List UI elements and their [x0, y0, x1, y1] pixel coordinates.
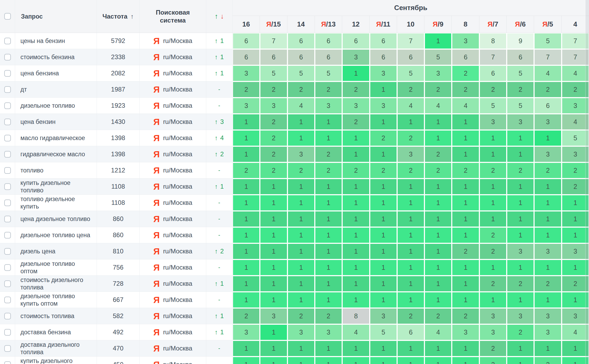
position-cell[interactable]: 1 — [424, 340, 452, 357]
query-cell[interactable]: дизельное топливо цена — [15, 227, 97, 243]
position-cell[interactable]: 6 — [233, 33, 260, 49]
position-cell[interactable]: 1 — [479, 179, 507, 195]
position-cell[interactable]: 3 — [370, 65, 397, 81]
position-cell[interactable]: 2 — [562, 162, 589, 179]
position-cell[interactable]: 2 — [233, 162, 260, 179]
position-cell[interactable]: 3 — [479, 114, 507, 130]
position-cell[interactable]: 7 — [534, 49, 561, 65]
position-cell[interactable]: 4 — [397, 98, 424, 114]
position-cell[interactable]: 2 — [260, 162, 287, 179]
position-cell[interactable]: 1 — [397, 114, 424, 130]
row-checkbox[interactable] — [4, 119, 11, 125]
query-cell[interactable]: стоимость бензина — [15, 49, 97, 65]
position-cell[interactable]: 2 — [479, 227, 507, 243]
query-cell[interactable]: купить дизельное топливо — [15, 179, 97, 195]
position-cell[interactable]: 1 — [452, 357, 479, 364]
position-cell[interactable]: 1 — [424, 130, 452, 146]
row-checkbox[interactable] — [4, 264, 11, 271]
position-cell[interactable]: 6 — [534, 98, 561, 114]
row-checkbox[interactable] — [4, 361, 11, 364]
query-cell[interactable]: цена бензин — [15, 114, 97, 130]
position-cell[interactable]: 1 — [287, 259, 315, 276]
query-cell[interactable]: цены на бензин — [15, 33, 97, 49]
position-cell[interactable]: 2 — [479, 243, 507, 259]
position-cell[interactable]: 3 — [342, 49, 369, 65]
query-cell[interactable]: дизельное топливо купить оптом — [15, 292, 97, 308]
position-cell[interactable]: 1 — [260, 324, 287, 340]
position-cell[interactable]: 8 — [342, 308, 369, 324]
position-cell[interactable]: 2 — [233, 308, 260, 324]
vertical-scrollbar[interactable] — [585, 0, 589, 364]
position-cell[interactable]: 3 — [260, 308, 287, 324]
position-cell[interactable]: 1 — [452, 211, 479, 227]
position-cell[interactable]: 2 — [287, 162, 315, 179]
position-cell[interactable]: 2 — [507, 81, 534, 98]
position-cell[interactable]: 6 — [397, 49, 424, 65]
position-cell[interactable]: 1 — [424, 357, 452, 364]
position-cell[interactable]: 1 — [397, 340, 424, 357]
position-cell[interactable]: 2 — [397, 81, 424, 98]
position-cell[interactable]: 1 — [287, 114, 315, 130]
position-cell[interactable]: 2 — [315, 308, 342, 324]
position-cell[interactable]: 4 — [342, 324, 369, 340]
position-cell[interactable]: 3 — [370, 308, 397, 324]
position-cell[interactable]: 1 — [315, 130, 342, 146]
position-cell[interactable]: 1 — [342, 179, 369, 195]
position-cell[interactable]: 1 — [287, 179, 315, 195]
position-cell[interactable]: 1 — [534, 195, 561, 211]
position-cell[interactable]: 1 — [397, 357, 424, 364]
position-cell[interactable]: 1 — [287, 292, 315, 308]
position-cell[interactable]: 6 — [397, 324, 424, 340]
position-cell[interactable]: 1 — [479, 130, 507, 146]
position-cell[interactable]: 1 — [260, 276, 287, 292]
position-cell[interactable]: 1 — [260, 195, 287, 211]
query-cell[interactable]: гидравлическое масло — [15, 146, 97, 162]
position-cell[interactable]: 2 — [479, 162, 507, 179]
query-cell[interactable]: стоимость дизельного топлива — [15, 276, 97, 292]
position-cell[interactable]: 3 — [534, 308, 561, 324]
position-cell[interactable]: 1 — [315, 211, 342, 227]
position-cell[interactable]: 1 — [507, 130, 534, 146]
position-cell[interactable]: 1 — [370, 81, 397, 98]
position-cell[interactable]: 1 — [233, 243, 260, 259]
position-cell[interactable]: 3 — [397, 146, 424, 162]
row-checkbox[interactable] — [4, 329, 11, 336]
position-cell[interactable]: 3 — [370, 98, 397, 114]
position-cell[interactable]: 1 — [342, 65, 369, 81]
row-checkbox[interactable] — [4, 135, 11, 141]
position-cell[interactable]: 4 — [562, 324, 589, 340]
position-cell[interactable]: 1 — [507, 357, 534, 364]
position-cell[interactable]: 1 — [424, 195, 452, 211]
position-cell[interactable]: 1 — [424, 227, 452, 243]
position-cell[interactable]: 1 — [315, 227, 342, 243]
position-cell[interactable]: 2 — [397, 130, 424, 146]
position-cell[interactable]: 1 — [370, 243, 397, 259]
position-cell[interactable]: 1 — [534, 179, 561, 195]
position-cell[interactable]: 1 — [452, 179, 479, 195]
position-cell[interactable]: 1 — [507, 227, 534, 243]
position-cell[interactable]: 3 — [424, 65, 452, 81]
position-cell[interactable]: 7 — [562, 33, 589, 49]
position-cell[interactable]: 1 — [397, 195, 424, 211]
position-cell[interactable]: 3 — [315, 98, 342, 114]
frequency-column-header[interactable]: Частота ↑ — [97, 0, 140, 33]
position-cell[interactable]: 1 — [562, 292, 589, 308]
position-cell[interactable]: 1 — [260, 227, 287, 243]
position-cell[interactable]: 1 — [342, 211, 369, 227]
position-cell[interactable]: 1 — [452, 130, 479, 146]
position-cell[interactable]: 1 — [370, 357, 397, 364]
position-cell[interactable]: 1 — [397, 179, 424, 195]
position-cell[interactable]: 1 — [562, 340, 589, 357]
position-cell[interactable]: 2 — [424, 81, 452, 98]
position-cell[interactable]: 1 — [287, 340, 315, 357]
position-cell[interactable]: 5 — [370, 324, 397, 340]
position-cell[interactable]: 1 — [342, 227, 369, 243]
position-cell[interactable]: 1 — [534, 340, 561, 357]
position-cell[interactable]: 1 — [507, 340, 534, 357]
position-cell[interactable]: 1 — [479, 195, 507, 211]
position-cell[interactable]: 1 — [342, 340, 369, 357]
position-cell[interactable]: 4 — [424, 324, 452, 340]
position-cell[interactable]: 2 — [534, 162, 561, 179]
position-cell[interactable]: 2 — [424, 308, 452, 324]
position-cell[interactable]: 2 — [534, 81, 561, 98]
